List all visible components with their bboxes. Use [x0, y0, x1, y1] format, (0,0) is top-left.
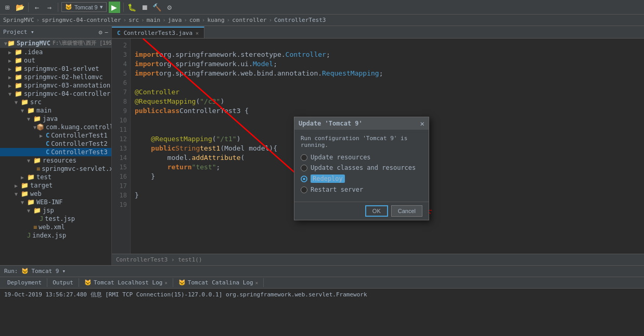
tree-controllertest1[interactable]: ▶ C ControllerTest1 — [0, 131, 111, 140]
editor-area: C ControllerTest3.java ✕ 2 3 4 5 6 7 8 9… — [112, 26, 644, 265]
tree-web[interactable]: ▼ 📁 web — [0, 190, 111, 198]
tree-src[interactable]: ▼ 📁 src — [0, 98, 111, 106]
tomcat-config-button[interactable]: 🐱 Tomcat 9 ▾ — [61, 2, 107, 12]
breadcrumb-java[interactable]: java — [168, 17, 182, 23]
tree-controllertest3[interactable]: ▶ C ControllerTest3 — [0, 148, 111, 156]
tree-package[interactable]: ▼ 📦 com.kuang.controller — [0, 123, 111, 131]
tomcat-icon: 🐱 — [65, 4, 72, 10]
tree-label: src — [30, 98, 42, 106]
dialog-close-button[interactable]: ✕ — [420, 119, 424, 128]
log-entry: 19-Oct-2019 13:56:27.480 信息 [RMI TCP Con… — [4, 291, 640, 299]
code-line-9: public class ControllerTest3 { — [135, 106, 640, 116]
tree-springmvc02[interactable]: ▶ 📁 springmvc-02-hellomvc — [0, 73, 111, 81]
tomcat-icon-small: 🐱 — [84, 279, 92, 286]
tree-main[interactable]: ▼ 📁 main — [0, 106, 111, 115]
tree-java[interactable]: ▼ 📁 java — [0, 115, 111, 123]
folder-icon: 📁 — [21, 190, 29, 197]
radio-restart-server[interactable] — [301, 186, 307, 193]
line-numbers: 2 3 4 5 6 7 8 9 10 11 12 13 14 15 16 17 … — [112, 39, 131, 254]
tab-close-button[interactable]: ✕ — [255, 280, 258, 285]
breadcrumb-controllertest3[interactable]: ControllerTest3 — [274, 17, 326, 23]
sidebar-collapse-icon[interactable]: − — [105, 29, 108, 36]
breadcrumb-springmvc[interactable]: SpringMVC — [3, 17, 34, 23]
xml-icon: ≡ — [36, 165, 40, 172]
stop-icon[interactable]: ⏹ — [139, 2, 150, 13]
code-line-6 — [135, 78, 640, 88]
sep3 — [123, 3, 124, 12]
tab-close-button[interactable]: ✕ — [164, 280, 167, 285]
breadcrumb-controller[interactable]: springmvc-04-controller — [42, 17, 121, 23]
tab-deployment[interactable]: Deployment — [2, 278, 47, 287]
tree-controllertest2[interactable]: ▶ C ControllerTest2 — [0, 140, 111, 148]
run-dropdown[interactable]: ▾ — [62, 268, 66, 275]
breadcrumb-kuang[interactable]: kuang — [207, 17, 224, 23]
tree-resources[interactable]: ▼ 📁 resources — [0, 156, 111, 165]
jsp-icon: J — [27, 232, 31, 239]
breadcrumb-main[interactable]: main — [147, 17, 161, 23]
tree-webxml[interactable]: ▶ ≡ web.xml — [0, 223, 111, 231]
option-update-resources[interactable]: Update resources — [301, 154, 422, 161]
file-icon: C — [117, 30, 121, 36]
open-icon[interactable]: 📂 — [15, 2, 25, 13]
class-icon: C — [46, 132, 49, 139]
cancel-button[interactable]: Cancel — [391, 205, 422, 217]
tree-target[interactable]: ▶ 📁 target — [0, 181, 111, 190]
tree-label: .idea — [24, 48, 43, 56]
code-line-2 — [135, 41, 640, 50]
tree-indexjsp[interactable]: ▶ J index.jsp — [0, 231, 111, 240]
dialog-buttons: OK Cancel — [294, 202, 429, 220]
forward-icon[interactable]: → — [44, 2, 55, 13]
bottom-content: 19-Oct-2019 13:56:27.480 信息 [RMI TCP Con… — [0, 289, 644, 301]
bottom-tabs: Deployment Output 🐱 Tomcat Localhost Log… — [0, 277, 644, 289]
option-label: Update resources — [311, 154, 371, 161]
run-button[interactable]: ▶ — [109, 2, 120, 13]
tab-tomcat-catalina-log[interactable]: 🐱 Tomcat Catalina Log ✕ — [173, 278, 264, 287]
tree-springmvc01[interactable]: ▶ 📁 springmvc-01-serlvet — [0, 65, 111, 73]
option-redeploy[interactable]: Redeploy — [301, 175, 422, 183]
sidebar-settings-icon[interactable]: ⚙ — [99, 29, 102, 36]
tree-idea[interactable]: ▶ 📁 .idea — [0, 48, 111, 56]
tree-label: springmvc-servlet.xml — [42, 165, 112, 172]
sep1 — [28, 3, 29, 12]
tree-springmvc04[interactable]: ▼ 📁 springmvc-04-controller — [0, 90, 111, 98]
tree-springmvc-servlet[interactable]: ▶ ≡ springmvc-servlet.xml — [0, 165, 111, 173]
update-tomcat-dialog[interactable]: Update 'Tomcat 9' ✕ Run configuration 'T… — [294, 117, 429, 220]
tree-label: ControllerTest3 — [51, 148, 107, 156]
tree-test[interactable]: ▶ 📁 test — [0, 173, 111, 181]
radio-update-classes[interactable] — [301, 165, 307, 171]
toolbar: ⊞ 📂 ← → 🐱 Tomcat 9 ▾ ▶ 🐛 ⏹ 🔨 ⚙ — [0, 0, 644, 15]
breadcrumb-controller2[interactable]: controller — [232, 17, 266, 23]
tree-label: springmvc-04-controller — [24, 90, 110, 97]
tomcat-label: Tomcat 9 — [74, 4, 98, 10]
radio-redeploy[interactable] — [301, 176, 307, 182]
new-file-icon[interactable]: ⊞ — [2, 2, 12, 13]
back-icon[interactable]: ← — [32, 2, 42, 13]
option-update-classes[interactable]: Update classes and resources — [301, 164, 422, 171]
tree-out[interactable]: ▶ 📁 out — [0, 56, 111, 65]
tree-testjsp[interactable]: ▶ J test.jsp — [0, 215, 111, 223]
tab-close-button[interactable]: ✕ — [196, 30, 199, 36]
tab-tomcat-localhost-log[interactable]: 🐱 Tomcat Localhost Log ✕ — [79, 278, 173, 287]
tree-root-springmvc[interactable]: ▼ 📁 SpringMVC F:\班级管理\西开 [19525] \2、代码\S… — [0, 39, 111, 48]
tree-jsp[interactable]: ▼ 📁 jsp — [0, 206, 111, 215]
breadcrumb-com[interactable]: com — [189, 17, 200, 23]
dialog-body: Run configuration 'Tomcat 9' is running.… — [294, 130, 429, 202]
tree-webinf[interactable]: ▼ 📁 WEB-INF — [0, 198, 111, 206]
radio-update-resources[interactable] — [301, 154, 307, 161]
tab-controllertest3[interactable]: C ControllerTest3.java ✕ — [112, 27, 204, 38]
tree-label: test — [36, 173, 51, 181]
settings-icon[interactable]: ⚙ — [164, 2, 175, 13]
dropdown-icon: ▾ — [100, 4, 103, 10]
option-restart-server[interactable]: Restart server — [301, 186, 422, 193]
breadcrumb-src[interactable]: src — [128, 17, 139, 23]
tree-springmvc03[interactable]: ▶ 📁 springmvc-03-annotation — [0, 81, 111, 90]
sidebar-header: Project ▾ ⚙ − — [0, 26, 111, 39]
run-tomcat-icon: 🐱 — [21, 268, 29, 275]
option-label: Redeploy — [311, 175, 345, 183]
debug-icon[interactable]: 🐛 — [127, 2, 137, 13]
ok-button[interactable]: OK — [365, 205, 388, 217]
tab-output[interactable]: Output — [47, 278, 79, 287]
build-icon[interactable]: 🔨 — [152, 2, 162, 13]
folder-icon: 📁 — [27, 198, 35, 206]
code-line-4: import org.springframework.ui.Model; — [135, 59, 640, 69]
